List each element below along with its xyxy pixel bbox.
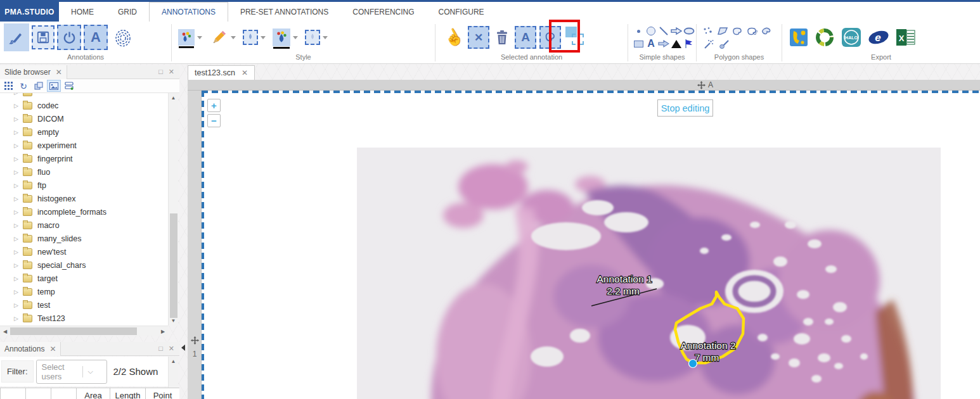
menu-home[interactable]: HOME xyxy=(59,2,106,22)
expand-arrow-icon[interactable]: ▷ xyxy=(14,196,23,202)
magic-wand-tool[interactable] xyxy=(702,38,714,50)
image-preview-button[interactable] xyxy=(47,80,61,92)
expand-arrow-icon[interactable]: ▷ xyxy=(14,276,23,282)
expand-arrow-icon[interactable]: ▷ xyxy=(14,142,23,149)
rectangle-tool[interactable] xyxy=(632,38,645,50)
tree-folder-row[interactable]: ▷experiment xyxy=(0,139,168,152)
expand-arrow-icon[interactable]: ▷ xyxy=(14,93,23,96)
qupath-export-button[interactable] xyxy=(789,27,809,48)
zoom-out-button[interactable]: − xyxy=(207,114,221,127)
slide-viewer[interactable]: + − xyxy=(202,91,980,399)
annotation-vertex-handle[interactable] xyxy=(689,360,697,368)
fingerprint-button[interactable] xyxy=(110,23,136,51)
tree-horizontal-scrollbar[interactable]: ◀ ▶ xyxy=(0,326,168,336)
tree-folder-row[interactable]: ▷test xyxy=(0,298,168,312)
ellipse-tool[interactable] xyxy=(683,25,695,37)
dropdown-arrow-icon[interactable] xyxy=(261,36,266,39)
annotation-2-label[interactable]: Annotation 2 xyxy=(680,340,735,351)
tree-folder-row[interactable]: ▷many_slides xyxy=(0,232,168,245)
point-tool[interactable] xyxy=(632,25,645,37)
expand-arrow-icon[interactable]: ▷ xyxy=(14,129,23,136)
scroll-up-icon[interactable]: ▲ xyxy=(169,358,178,364)
expand-arrow-icon[interactable]: ▷ xyxy=(14,116,23,122)
tree-folder-row[interactable]: ▷DICOM xyxy=(0,112,168,125)
close-icon[interactable]: ✕ xyxy=(169,68,174,76)
scroll-left-icon[interactable]: ◀ xyxy=(3,329,8,334)
expand-arrow-icon[interactable]: ▷ xyxy=(14,236,23,242)
imagescope-export-button[interactable] xyxy=(814,27,835,48)
expand-arrow-icon[interactable]: ▷ xyxy=(14,209,23,215)
menu-conferencing[interactable]: CONFERENCING xyxy=(340,2,426,22)
scroll-down-icon[interactable]: ▼ xyxy=(169,318,178,324)
tree-folder-row[interactable]: ▷codec xyxy=(0,99,168,112)
delete-selected-button[interactable]: ✕ xyxy=(468,26,489,49)
table-header-cell[interactable] xyxy=(51,388,76,399)
close-icon[interactable]: ✕ xyxy=(56,68,62,77)
fill-color-palette-button[interactable] xyxy=(178,29,195,46)
flag-tool[interactable] xyxy=(683,38,695,50)
table-header-cell[interactable] xyxy=(25,388,51,399)
move-hand-button[interactable]: ☝ xyxy=(443,25,465,50)
maximize-icon[interactable]: □ xyxy=(158,68,163,76)
slide-image[interactable]: Annotation 1 2.2 mm Annotation 2 7 mm xyxy=(357,148,941,399)
line-tool[interactable] xyxy=(657,25,670,37)
expand-arrow-icon[interactable]: ▷ xyxy=(14,182,23,189)
polygon-tool[interactable] xyxy=(716,25,729,37)
tree-folder-row[interactable]: ▷temp xyxy=(0,285,168,298)
pencil-style-button[interactable] xyxy=(209,28,228,47)
halo-export-button[interactable]: HALO xyxy=(841,27,862,48)
scrollbar-thumb[interactable] xyxy=(170,213,177,318)
line-color-button[interactable] xyxy=(243,30,258,45)
close-icon[interactable]: ✕ xyxy=(169,345,174,353)
tree-folder-row[interactable]: ▷new'test xyxy=(0,245,168,258)
table-header-cell[interactable]: Point xyxy=(145,388,179,399)
tree-folder-row[interactable]: ▷incomplete_formats xyxy=(0,205,168,218)
triangle-tool[interactable] xyxy=(670,38,683,50)
tree-folder-row[interactable]: ▷fingerprint xyxy=(0,152,168,165)
resize-annotation-button[interactable] xyxy=(564,25,587,50)
select-users-dropdown[interactable]: Select users ⌵ xyxy=(36,360,107,384)
menu-annotations[interactable]: ANNOTATIONS xyxy=(149,2,228,22)
tree-folder-row[interactable]: ▷histogenex xyxy=(0,192,168,205)
thumbnail-grid-button[interactable] xyxy=(1,80,15,92)
tree-folder-row[interactable]: ▷fluo xyxy=(0,165,168,179)
draw-annotations-button[interactable] xyxy=(4,23,29,51)
dropdown-arrow-icon[interactable] xyxy=(323,36,328,39)
fill-color-button[interactable] xyxy=(273,28,290,46)
expand-arrow-icon[interactable]: ▷ xyxy=(14,169,23,175)
annotation-labels-button[interactable]: A xyxy=(84,25,108,50)
annotation-1-measurement[interactable]: 2.2 mm xyxy=(607,286,640,296)
table-header-cell[interactable]: Length xyxy=(110,388,145,399)
move-cross-icon[interactable] xyxy=(697,81,706,89)
expand-arrow-icon[interactable]: ▷ xyxy=(14,103,23,109)
document-tab[interactable]: test123.scn ✕ xyxy=(188,65,255,80)
stop-editing-button[interactable]: Stop editing xyxy=(657,99,713,117)
move-cross-icon[interactable] xyxy=(191,336,199,345)
edit-points-button[interactable] xyxy=(539,26,561,49)
menu-grid[interactable]: GRID xyxy=(106,2,149,22)
expand-arrow-icon[interactable]: ▷ xyxy=(14,249,23,255)
collapse-panel-arrow-icon[interactable] xyxy=(181,345,185,351)
annotation-2-measurement[interactable]: 7 mm xyxy=(695,352,719,363)
tree-folder-row[interactable]: ▷ xyxy=(0,93,168,99)
zoom-in-button[interactable]: + xyxy=(207,99,221,112)
expand-arrow-icon[interactable]: ▷ xyxy=(14,302,23,308)
save-annotations-button[interactable] xyxy=(32,25,55,49)
scroll-right-icon[interactable]: ▶ xyxy=(160,329,165,334)
annotation-1-label[interactable]: Annotation 1 xyxy=(596,274,652,284)
tree-folder-row[interactable]: ▷ftp xyxy=(0,179,168,192)
tree-folder-row[interactable]: ▷target xyxy=(0,272,168,285)
tree-folder-row[interactable]: ▷special_chars xyxy=(0,258,168,272)
dropdown-arrow-icon[interactable] xyxy=(197,36,202,39)
expand-arrow-icon[interactable]: ▷ xyxy=(14,156,23,162)
refresh-button[interactable]: ↻ xyxy=(16,80,30,92)
expand-arrow-icon[interactable]: ▷ xyxy=(14,222,23,229)
maximize-icon[interactable]: □ xyxy=(158,345,163,353)
tree-folder-row[interactable]: ▷Test123 xyxy=(0,312,168,325)
table-header-cell[interactable]: Area xyxy=(76,388,110,399)
close-icon[interactable]: ✕ xyxy=(242,68,248,77)
close-icon[interactable]: ✕ xyxy=(49,345,56,353)
annotations-panel-tab[interactable]: Annotations ✕ xyxy=(0,342,61,356)
menu-configure[interactable]: CONFIGURE xyxy=(427,2,496,22)
blob-tool[interactable] xyxy=(760,25,773,37)
